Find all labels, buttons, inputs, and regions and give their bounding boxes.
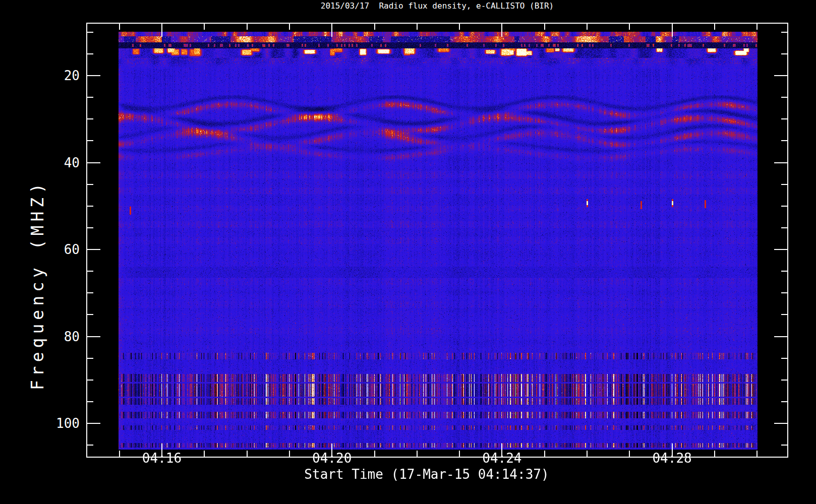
y-tick-minor <box>87 53 93 54</box>
y-tick-major <box>87 162 100 163</box>
x-tick-minor <box>629 24 630 30</box>
x-tick-minor <box>289 451 290 457</box>
y-tick-minor <box>781 445 787 446</box>
x-tick-minor <box>289 24 290 30</box>
x-tick-minor <box>119 24 120 30</box>
y-tick-label: 20 <box>24 68 80 84</box>
y-tick-minor <box>87 380 93 381</box>
x-axis-label: Start Time (17-Mar-15 04:14:37) <box>86 467 767 482</box>
x-tick-label: 04:20 <box>297 451 367 466</box>
y-tick-minor <box>781 271 787 272</box>
x-tick-minor <box>714 451 715 457</box>
y-tick-major <box>774 75 787 76</box>
callisto-spectrogram-page: 2015/03/17 Radio flux density, e-CALLIST… <box>0 0 816 504</box>
x-tick-label: 04:16 <box>127 451 197 466</box>
x-tick-minor <box>587 451 588 457</box>
y-tick-minor <box>87 358 93 359</box>
x-tick-minor <box>714 24 715 30</box>
y-tick-minor <box>781 206 787 207</box>
y-tick-minor <box>781 314 787 315</box>
x-tick-minor <box>204 24 205 30</box>
y-tick-major <box>774 423 787 424</box>
x-tick-minor <box>247 451 248 457</box>
plot-frame <box>86 23 788 458</box>
x-tick-minor <box>374 24 375 30</box>
y-tick-minor <box>87 184 93 185</box>
y-tick-label: 100 <box>24 415 80 431</box>
x-tick-minor <box>756 451 757 457</box>
x-tick-major <box>161 24 162 37</box>
x-tick-minor <box>459 24 460 30</box>
y-tick-minor <box>781 401 787 402</box>
y-tick-minor <box>87 206 93 207</box>
y-tick-minor <box>781 140 787 141</box>
y-tick-minor <box>781 32 787 33</box>
x-tick-minor <box>374 451 375 457</box>
y-tick-minor <box>781 292 787 293</box>
x-tick-minor <box>204 451 205 457</box>
y-tick-minor <box>87 32 93 33</box>
x-tick-minor <box>587 24 588 30</box>
y-tick-major <box>774 336 787 337</box>
x-tick-minor <box>459 451 460 457</box>
x-tick-minor <box>544 451 545 457</box>
x-tick-minor <box>629 451 630 457</box>
y-tick-minor <box>87 445 93 446</box>
y-tick-minor <box>781 227 787 228</box>
x-tick-minor <box>247 24 248 30</box>
x-tick-label: 04:24 <box>467 451 537 466</box>
x-tick-minor <box>417 24 418 30</box>
y-tick-major <box>774 249 787 250</box>
y-tick-minor <box>87 271 93 272</box>
y-tick-major <box>87 249 100 250</box>
y-tick-major <box>87 75 100 76</box>
y-tick-minor <box>87 227 93 228</box>
y-tick-major <box>87 336 100 337</box>
y-tick-label: 40 <box>24 155 80 171</box>
x-tick-major <box>331 24 332 37</box>
x-tick-minor <box>417 451 418 457</box>
x-tick-major <box>672 24 673 37</box>
y-axis-label: Frequency (MHZ) <box>28 179 47 390</box>
y-tick-minor <box>87 292 93 293</box>
y-tick-minor <box>87 401 93 402</box>
y-tick-minor <box>781 53 787 54</box>
y-tick-major <box>774 162 787 163</box>
x-tick-major <box>501 24 502 37</box>
y-tick-minor <box>781 97 787 98</box>
x-tick-minor <box>544 24 545 30</box>
y-tick-minor <box>87 118 93 119</box>
y-tick-minor <box>87 314 93 315</box>
page-title: 2015/03/17 Radio flux density, e-CALLIST… <box>86 1 788 11</box>
x-tick-minor <box>119 451 120 457</box>
x-tick-minor <box>756 24 757 30</box>
y-tick-minor <box>781 358 787 359</box>
x-tick-label: 04:28 <box>637 451 708 466</box>
y-tick-minor <box>87 97 93 98</box>
y-tick-minor <box>781 380 787 381</box>
y-tick-major <box>87 423 100 424</box>
y-tick-minor <box>781 118 787 119</box>
y-tick-minor <box>781 184 787 185</box>
y-tick-minor <box>87 140 93 141</box>
